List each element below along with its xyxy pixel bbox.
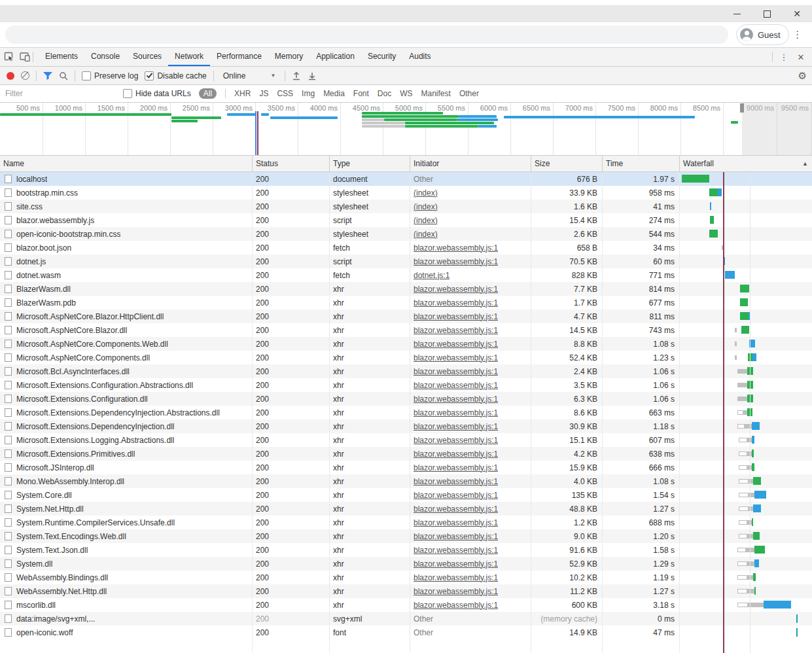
initiator-link[interactable]: blazor.webassembly.js:1	[414, 243, 498, 253]
table-row[interactable]: Microsoft.AspNetCore.Components.dll200xh…	[0, 351, 812, 364]
filter-type-other[interactable]: Other	[459, 89, 479, 98]
network-overview-timeline[interactable]: 500 ms1000 ms1500 ms2000 ms2500 ms3000 m…	[0, 103, 812, 156]
preserve-log-checkbox[interactable]: Preserve log	[82, 71, 138, 80]
table-row[interactable]: blazor.webassembly.js200script(index)15.…	[0, 213, 812, 227]
initiator-link[interactable]: (index)	[414, 216, 438, 225]
initiator-link[interactable]: blazor.webassembly.js:1	[414, 381, 498, 390]
tab-sources[interactable]: Sources	[126, 48, 168, 66]
table-row[interactable]: Microsoft.Extensions.Logging.Abstraction…	[0, 433, 812, 447]
initiator-link[interactable]: blazor.webassembly.js:1	[414, 285, 498, 294]
filter-type-all[interactable]: All	[199, 88, 217, 99]
initiator-link[interactable]: blazor.webassembly.js:1	[414, 367, 498, 376]
initiator-link[interactable]: dotnet.js:1	[414, 271, 450, 280]
initiator-link[interactable]: (index)	[414, 202, 438, 211]
table-row[interactable]: Microsoft.Extensions.Configuration.dll20…	[0, 392, 812, 406]
table-row[interactable]: System.Runtime.CompilerServices.Unsafe.d…	[0, 516, 812, 529]
table-row[interactable]: System.Text.Json.dll200xhrblazor.webasse…	[0, 543, 812, 557]
table-row[interactable]: mscorlib.dll200xhrblazor.webassembly.js:…	[0, 598, 812, 612]
table-row[interactable]: localhost200documentOther676 B1.97 s	[0, 172, 812, 186]
initiator-link[interactable]: blazor.webassembly.js:1	[414, 353, 498, 362]
initiator-link[interactable]: blazor.webassembly.js:1	[414, 340, 498, 349]
search-icon[interactable]	[59, 71, 68, 80]
filter-icon[interactable]	[43, 71, 52, 80]
export-har-icon[interactable]	[308, 71, 317, 80]
column-header-waterfall[interactable]: Waterfall▲	[680, 156, 812, 171]
tab-audits[interactable]: Audits	[402, 48, 437, 66]
initiator-link[interactable]: blazor.webassembly.js:1	[414, 587, 498, 596]
filter-type-doc[interactable]: Doc	[378, 89, 391, 98]
clear-button[interactable]	[21, 71, 29, 80]
device-toolbar-icon[interactable]	[20, 52, 30, 62]
table-row[interactable]: WebAssembly.Net.Http.dll200xhrblazor.web…	[0, 584, 812, 598]
settings-gear-icon[interactable]: ⚙	[798, 70, 807, 82]
filter-type-media[interactable]: Media	[323, 89, 345, 98]
initiator-link[interactable]: blazor.webassembly.js:1	[414, 532, 498, 541]
record-button[interactable]	[7, 72, 14, 80]
initiator-link[interactable]: blazor.webassembly.js:1	[414, 422, 498, 431]
filter-type-ws[interactable]: WS	[400, 89, 412, 98]
column-header-type[interactable]: Type	[330, 156, 410, 171]
tab-network[interactable]: Network	[168, 48, 210, 66]
table-row[interactable]: System.Core.dll200xhrblazor.webassembly.…	[0, 488, 812, 502]
table-row[interactable]: Mono.WebAssembly.Interop.dll200xhrblazor…	[0, 474, 812, 488]
table-row[interactable]: Microsoft.Extensions.Configuration.Abstr…	[0, 378, 812, 392]
table-row[interactable]: Microsoft.AspNetCore.Components.Web.dll2…	[0, 337, 812, 351]
initiator-link[interactable]: blazor.webassembly.js:1	[414, 491, 498, 500]
tab-application[interactable]: Application	[309, 48, 361, 66]
tab-elements[interactable]: Elements	[39, 48, 84, 66]
table-row[interactable]: BlazerWasm.pdb200xhrblazor.webassembly.j…	[0, 296, 812, 309]
filter-type-font[interactable]: Font	[353, 89, 369, 98]
devtools-close-button[interactable]: ✕	[794, 52, 808, 62]
address-bar[interactable]	[5, 26, 728, 44]
initiator-link[interactable]: blazor.webassembly.js:1	[414, 504, 498, 514]
initiator-link[interactable]: blazor.webassembly.js:1	[414, 298, 498, 308]
table-row[interactable]: open-iconic.woff200fontOther14.9 KB47 ms	[0, 626, 812, 639]
initiator-link[interactable]: blazor.webassembly.js:1	[414, 573, 498, 582]
table-row[interactable]: Microsoft.AspNetCore.Blazor.dll200xhrbla…	[0, 323, 812, 337]
tab-performance[interactable]: Performance	[210, 48, 268, 66]
initiator-link[interactable]: blazor.webassembly.js:1	[414, 408, 498, 417]
table-row[interactable]: System.Net.Http.dll200xhrblazor.webassem…	[0, 502, 812, 516]
table-row[interactable]: site.css200stylesheet(index)1.6 KB41 ms	[0, 200, 812, 213]
filter-input[interactable]	[0, 88, 111, 99]
initiator-link[interactable]: (index)	[414, 230, 438, 239]
table-row[interactable]: System.dll200xhrblazor.webassembly.js:15…	[0, 557, 812, 571]
table-row[interactable]: dotnet.js200scriptblazor.webassembly.js:…	[0, 255, 812, 268]
import-har-icon[interactable]	[292, 71, 301, 80]
inspect-element-icon[interactable]	[4, 52, 14, 62]
column-header-status[interactable]: Status	[253, 156, 330, 171]
initiator-link[interactable]: blazor.webassembly.js:1	[414, 395, 498, 404]
initiator-link[interactable]: blazor.webassembly.js:1	[414, 546, 498, 555]
tab-security[interactable]: Security	[361, 48, 402, 66]
table-row[interactable]: BlazerWasm.dll200xhrblazor.webassembly.j…	[0, 282, 812, 296]
restore-button[interactable]	[752, 5, 782, 22]
table-row[interactable]: dotnet.wasm200fetchdotnet.js:1828 KB771 …	[0, 268, 812, 282]
initiator-link[interactable]: blazor.webassembly.js:1	[414, 518, 498, 527]
table-row[interactable]: Microsoft.JSInterop.dll200xhrblazor.weba…	[0, 461, 812, 474]
devtools-menu-button[interactable]: ⋮	[777, 52, 791, 62]
column-header-time[interactable]: Time	[603, 156, 680, 171]
table-row[interactable]: System.Text.Encodings.Web.dll200xhrblazo…	[0, 529, 812, 543]
table-row[interactable]: Microsoft.Extensions.Primitives.dll200xh…	[0, 447, 812, 461]
column-header-initiator[interactable]: Initiator	[410, 156, 531, 171]
table-row[interactable]: Microsoft.Extensions.DependencyInjection…	[0, 419, 812, 433]
filter-type-img[interactable]: Img	[302, 89, 315, 98]
close-window-button[interactable]: ✕	[782, 5, 812, 22]
browser-menu-button[interactable]: ⋮	[789, 29, 806, 41]
initiator-link[interactable]: blazor.webassembly.js:1	[414, 450, 498, 459]
table-row[interactable]: blazor.boot.json200fetchblazor.webassemb…	[0, 241, 812, 255]
initiator-link[interactable]: blazor.webassembly.js:1	[414, 477, 498, 486]
hide-data-urls-checkbox[interactable]: Hide data URLs	[123, 89, 191, 98]
tab-memory[interactable]: Memory	[268, 48, 309, 66]
table-row[interactable]: bootstrap.min.css200stylesheet(index)33.…	[0, 186, 812, 200]
column-header-size[interactable]: Size	[531, 156, 603, 171]
filter-type-js[interactable]: JS	[259, 89, 268, 98]
disable-cache-checkbox[interactable]: Disable cache	[145, 71, 206, 80]
filter-type-css[interactable]: CSS	[277, 89, 293, 98]
minimize-button[interactable]	[722, 5, 752, 22]
table-row[interactable]: open-iconic-bootstrap.min.css200styleshe…	[0, 227, 812, 241]
initiator-link[interactable]: blazor.webassembly.js:1	[414, 436, 498, 445]
tab-console[interactable]: Console	[84, 48, 126, 66]
timeline-scrubber-handle[interactable]	[740, 103, 744, 113]
throttling-select[interactable]: Online ▼	[221, 71, 279, 80]
